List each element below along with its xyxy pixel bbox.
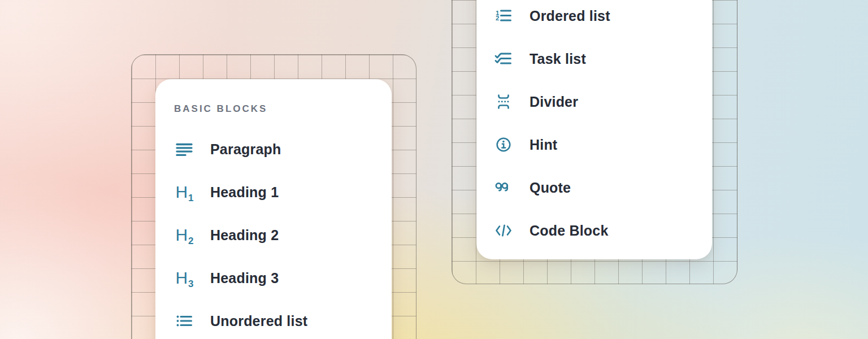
basic-blocks-item-list: Paragraph H1 Heading 1 H2 Heading 2 H3 H…	[174, 128, 392, 339]
menu-item-label: Ordered list	[530, 8, 610, 24]
menu-item-label: Task list	[530, 51, 586, 67]
menu-item-label: Divider	[530, 94, 578, 110]
task-list-icon	[493, 49, 514, 69]
menu-item-hint[interactable]: Hint	[493, 123, 712, 166]
svg-text:2: 2	[496, 15, 499, 21]
menu-item-label: Heading 1	[210, 184, 279, 201]
menu-item-heading-1[interactable]: H1 Heading 1	[174, 171, 392, 214]
menu-item-label: Hint	[530, 137, 557, 153]
ordered-list-icon: 1 2	[493, 6, 514, 26]
blocks-menu-card-right: 1 2 Ordered list Task list	[476, 0, 712, 259]
menu-item-quote[interactable]: Quote	[493, 166, 712, 209]
basic-blocks-menu-card: BASIC BLOCKS Paragraph H1 Heading 1	[155, 79, 392, 339]
paragraph-icon	[174, 139, 194, 159]
menu-item-label: Heading 3	[210, 270, 279, 286]
heading-3-icon: H3	[174, 268, 194, 288]
menu-item-paragraph[interactable]: Paragraph	[174, 128, 392, 171]
section-label: BASIC BLOCKS	[174, 99, 392, 119]
code-block-icon	[493, 220, 514, 241]
divider-icon	[493, 92, 514, 112]
menu-item-heading-2[interactable]: H2 Heading 2	[174, 214, 392, 257]
menu-item-label: Code Block	[530, 223, 609, 239]
hint-icon	[493, 134, 514, 155]
heading-sub: 2	[188, 236, 193, 246]
quote-icon	[493, 177, 514, 198]
menu-item-label: Unordered list	[210, 313, 307, 329]
editor-insert-menu-screenshot: BASIC BLOCKS Paragraph H1 Heading 1	[0, 0, 868, 339]
blocks-item-list: 1 2 Ordered list Task list	[493, 0, 712, 252]
heading-glyph: H	[175, 268, 188, 287]
menu-item-label: Paragraph	[210, 141, 281, 158]
menu-item-code-block[interactable]: Code Block	[493, 209, 712, 252]
menu-item-divider[interactable]: Divider	[493, 80, 712, 123]
unordered-list-icon	[174, 311, 194, 331]
heading-1-icon: H1	[174, 182, 194, 202]
heading-2-icon: H2	[174, 225, 194, 245]
heading-sub: 3	[188, 279, 193, 289]
menu-item-unordered-list[interactable]: Unordered list	[174, 299, 392, 339]
heading-sub: 1	[188, 193, 193, 203]
menu-item-heading-3[interactable]: H3 Heading 3	[174, 257, 392, 299]
menu-item-ordered-list[interactable]: 1 2 Ordered list	[493, 0, 712, 37]
heading-glyph: H	[175, 182, 188, 201]
menu-item-label: Quote	[530, 180, 571, 196]
heading-glyph: H	[175, 225, 188, 244]
menu-item-label: Heading 2	[210, 227, 279, 244]
menu-item-task-list[interactable]: Task list	[493, 37, 712, 80]
